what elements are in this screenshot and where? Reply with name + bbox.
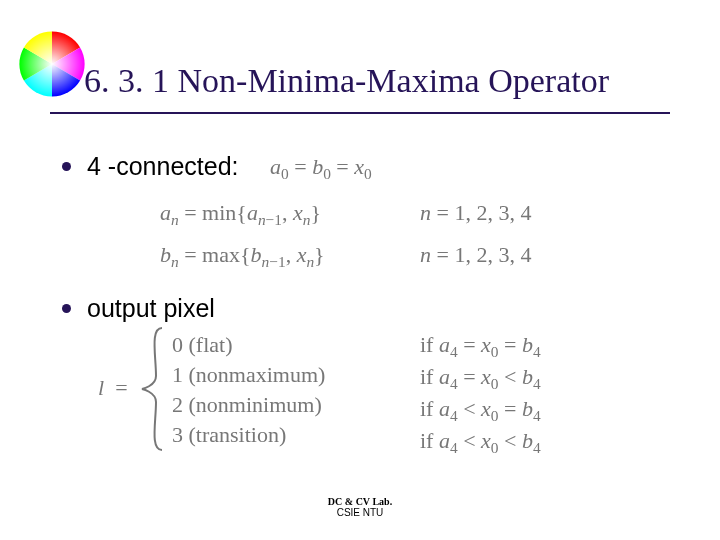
left-brace-icon xyxy=(140,326,168,452)
case-3-cond: if a4 < x0 < b4 xyxy=(420,426,541,458)
bullet-dot-icon xyxy=(62,162,71,171)
bullet-text: output pixel xyxy=(87,294,215,323)
case-0-value: 0 (flat) xyxy=(172,330,325,360)
math-init: a0 = b0 = x0 xyxy=(270,154,372,180)
case-2-value: 2 (nonminimum) xyxy=(172,390,325,420)
svg-point-0 xyxy=(20,32,85,97)
math-l-equals: l = xyxy=(98,375,128,401)
math-a-n: an = min{an−1, xn} xyxy=(160,200,321,226)
case-3-value: 3 (transition) xyxy=(172,420,325,450)
case-2-cond: if a4 < x0 = b4 xyxy=(420,394,541,426)
math-b-n-range: n = 1, 2, 3, 4 xyxy=(420,242,531,268)
footer-dept: CSIE NTU xyxy=(0,507,720,518)
math-b-n: bn = max{bn−1, xn} xyxy=(160,242,325,268)
slide: 6. 3. 1 Non-Minima-Maxima Operator 4 -co… xyxy=(0,0,720,540)
case-1-value: 1 (nonmaximum) xyxy=(172,360,325,390)
color-wheel-icon xyxy=(16,28,88,100)
bullet-text: 4 -connected: xyxy=(87,152,239,181)
bullet-4-connected: 4 -connected: xyxy=(62,152,239,181)
math-cases-conditions: if a4 = x0 = b4 if a4 = x0 < b4 if a4 < … xyxy=(420,330,541,458)
bullet-output-pixel: output pixel xyxy=(62,294,215,323)
title-underline xyxy=(50,112,670,114)
slide-title: 6. 3. 1 Non-Minima-Maxima Operator xyxy=(84,62,609,100)
bullet-dot-icon xyxy=(62,304,71,313)
math-a-n-range: n = 1, 2, 3, 4 xyxy=(420,200,531,226)
case-0-cond: if a4 = x0 = b4 xyxy=(420,330,541,362)
math-cases-values: 0 (flat) 1 (nonmaximum) 2 (nonminimum) 3… xyxy=(172,330,325,450)
footer-lab: DC & CV Lab. xyxy=(0,496,720,507)
slide-footer: DC & CV Lab. CSIE NTU xyxy=(0,496,720,518)
case-1-cond: if a4 = x0 < b4 xyxy=(420,362,541,394)
